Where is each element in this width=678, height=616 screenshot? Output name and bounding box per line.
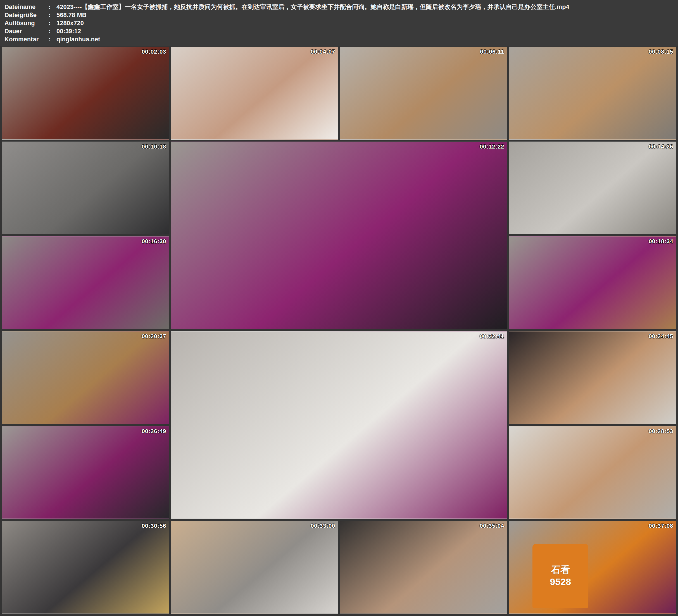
thumbnail-tile[interactable]: 00:08:15: [509, 47, 676, 140]
timestamp-badge: 00:16:30: [142, 238, 166, 244]
separator: :: [49, 35, 57, 43]
thumbnail-tile[interactable]: 00:04:07: [171, 47, 338, 140]
thumbnail-tile[interactable]: 00:16:30: [2, 236, 169, 329]
timestamp-badge: 00:12:22: [480, 143, 504, 150]
timestamp-badge: 00:10:18: [142, 143, 166, 150]
resolution-value: 1280x720: [57, 19, 674, 27]
metadata-row-comment: Kommentar : qinglanhua.net: [4, 35, 674, 43]
timestamp-badge: 00:30:56: [142, 523, 166, 529]
metadata-row-duration: Dauer : 00:39:12: [4, 27, 674, 35]
timestamp-badge: 00:20:37: [142, 333, 166, 340]
thumbnail-tile[interactable]: 00:14:26: [509, 142, 676, 235]
thumbnail-tile[interactable]: 00:33:00: [171, 521, 338, 614]
timestamp-badge: 00:35:04: [480, 523, 504, 529]
timestamp-badge: 00:02:03: [142, 48, 166, 55]
thumbnail-tile-large[interactable]: 00:12:22: [171, 142, 507, 329]
timestamp-badge: 00:06:11: [480, 48, 504, 55]
vest-text: 石看: [551, 565, 570, 575]
filename-value: 42023----【鑫鑫工作室】一名女子被抓捕，她反抗并质问为何被抓。在到达审讯…: [57, 3, 674, 11]
comment-value: qinglanhua.net: [57, 35, 674, 43]
separator: :: [49, 11, 57, 19]
thumbnail-tile[interactable]: 00:02:03: [2, 47, 169, 140]
metadata-row-filename: Dateiname : 42023----【鑫鑫工作室】一名女子被抓捕，她反抗并…: [4, 3, 674, 11]
thumbnail-grid: 00:02:03 00:04:07 00:06:11 00:08:15 00:1…: [0, 46, 678, 616]
metadata-row-resolution: Auflösung : 1280x720: [4, 19, 674, 27]
thumbnail-tile[interactable]: 00:37:08 石看 9528: [509, 521, 676, 614]
filesize-label: Dateigröße: [4, 11, 49, 19]
timestamp-badge: 00:08:15: [649, 48, 673, 55]
separator: :: [49, 3, 57, 11]
separator: :: [49, 27, 57, 35]
vest-number: 9528: [550, 577, 571, 587]
duration-label: Dauer: [4, 27, 49, 35]
timestamp-badge: 00:26:49: [142, 428, 166, 434]
resolution-label: Auflösung: [4, 19, 49, 27]
timestamp-badge: 00:04:07: [311, 48, 335, 55]
file-metadata-header: Dateiname : 42023----【鑫鑫工作室】一名女子被抓捕，她反抗并…: [0, 0, 678, 46]
timestamp-badge: 00:14:26: [649, 143, 673, 150]
timestamp-badge: 00:24:45: [649, 333, 673, 340]
separator: :: [49, 19, 57, 27]
timestamp-badge: 00:22:41: [480, 333, 504, 340]
thumbnail-tile[interactable]: 00:30:56: [2, 521, 169, 614]
filename-label: Dateiname: [4, 3, 49, 11]
vest-badge: 石看 9528: [532, 544, 588, 608]
duration-value: 00:39:12: [57, 27, 674, 35]
comment-label: Kommentar: [4, 35, 49, 43]
thumbnail-tile[interactable]: 00:20:37: [2, 331, 169, 424]
thumbnail-tile[interactable]: 00:24:45: [509, 331, 676, 424]
thumbnail-tile[interactable]: 00:06:11: [340, 47, 507, 140]
filesize-value: 568.78 MB: [57, 11, 674, 19]
timestamp-badge: 00:33:00: [311, 523, 335, 529]
thumbnail-tile[interactable]: 00:10:18: [2, 142, 169, 235]
thumbnail-tile[interactable]: 00:26:49: [2, 426, 169, 519]
thumbnail-tile[interactable]: 00:28:53: [509, 426, 676, 519]
metadata-row-filesize: Dateigröße : 568.78 MB: [4, 11, 674, 19]
thumbnail-tile[interactable]: 00:35:04: [340, 521, 507, 614]
thumbnail-tile[interactable]: 00:18:34: [509, 236, 676, 329]
timestamp-badge: 00:18:34: [649, 238, 673, 244]
timestamp-badge: 00:37:08: [649, 523, 673, 529]
thumbnail-tile-large[interactable]: 00:22:41: [171, 331, 507, 519]
timestamp-badge: 00:28:53: [649, 428, 673, 434]
